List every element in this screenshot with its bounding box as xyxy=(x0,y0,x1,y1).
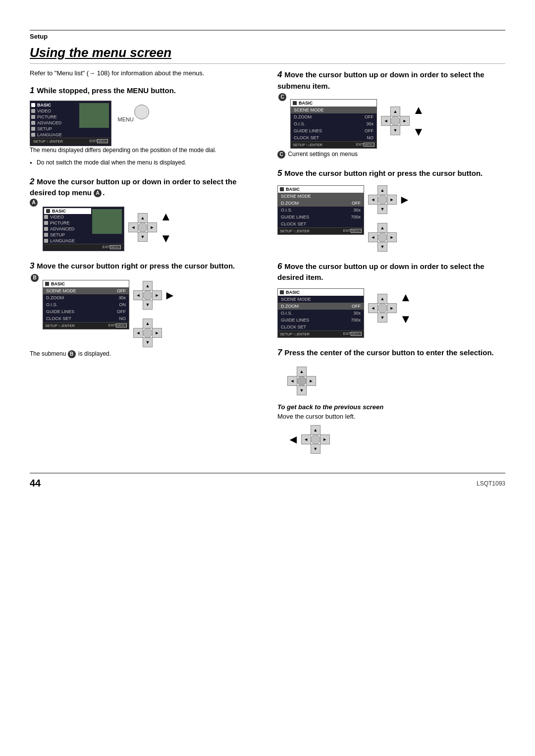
step-3-heading: 3 Move the cursor button right or press … xyxy=(30,260,258,272)
step-5-dpad-center xyxy=(377,195,387,205)
step-5-bottom-bar: SETUP ↑↓ENTER EXITMENU xyxy=(278,227,364,234)
step-1-circle-btn xyxy=(134,105,149,119)
step-6-illustration: BASIC SCENE MODE D.ZOOMOFF O.I.S.30x xyxy=(277,286,505,338)
step-6: 6 Move the cursor button up or down in o… xyxy=(277,261,505,338)
step-4-submenu-wrap: BASIC SCENE MODE D.ZOOMOFF O.I.S.30x xyxy=(290,99,377,149)
step-3-dpad-center xyxy=(143,290,153,300)
step-4-arrow-up: ▲ xyxy=(413,103,425,117)
step-6-row-clock: CLOCK SET xyxy=(278,324,364,330)
step-5-dpad: ▲ ◄ ► ▼ xyxy=(368,185,397,214)
page-title: Using the menu screen xyxy=(30,45,505,64)
step-4-dpad-right: ► xyxy=(400,116,410,126)
step-4-row-scene: SCENE MODE xyxy=(291,107,376,113)
step-4-dpad-up: ▲ xyxy=(390,107,400,116)
step-5-dpad-right-btn: ► xyxy=(387,195,397,205)
step-2-badge-a: A xyxy=(30,199,38,207)
step-3-submenu-note: The submenu B is displayed. xyxy=(30,350,258,358)
step-7-back-dpad-wrap: ◄ ▲ ◄ ► ▼ xyxy=(287,425,505,454)
step-2: 2 Move the cursor button up or down in o… xyxy=(30,176,258,252)
tab-advanced-icon xyxy=(31,121,35,125)
step-5-dpad2: ▲ ◄ ► ▼ xyxy=(368,223,397,252)
step-1-menu-inner: BASIC VIDEO PICTURE xyxy=(30,101,111,146)
step-3-dpad-down: ▼ xyxy=(143,300,153,310)
step-6-row-ois: O.I.S.30x xyxy=(278,310,364,317)
step-5-dpad2-down: ▼ xyxy=(377,242,387,252)
step-2-dpad-area: ▲ ◄ ► ▼ ▲ ▼ xyxy=(128,210,172,245)
tab-language-icon xyxy=(31,133,35,137)
step-4-current-note: C Current settings on menus xyxy=(277,151,505,159)
step-7-back-dpad-up: ▲ xyxy=(311,425,321,435)
step-7-arrow-left: ◄ xyxy=(287,432,299,446)
step-5-dpad2-center xyxy=(377,232,387,242)
step-6-submenu-wrap: BASIC SCENE MODE D.ZOOMOFF O.I.S.30x xyxy=(277,288,364,338)
step-3-number: 3 xyxy=(30,261,37,270)
step-2-number: 2 xyxy=(30,177,37,186)
step-6-arrow-up: ▲ xyxy=(400,290,412,304)
step-3-header-icon xyxy=(45,282,49,286)
step-2-setup-icon xyxy=(44,233,48,237)
step-2-heading: 2 Move the cursor button up or down in o… xyxy=(30,176,258,198)
step-5-header: BASIC xyxy=(278,186,364,193)
step-3-submenu-header: BASIC xyxy=(43,280,129,287)
step-6-dpad-center xyxy=(377,303,387,313)
step-2-advanced-icon xyxy=(44,227,48,231)
step-5-row-scene: SCENE MODE xyxy=(278,193,364,200)
step-6-header-icon xyxy=(280,290,284,294)
step-5-dpad2-up: ▲ xyxy=(377,223,387,233)
step-7-back-dpad: ▲ ◄ ► ▼ xyxy=(301,425,330,454)
step-4-row-dzoom: D.ZOOMOFF xyxy=(291,113,376,120)
step-3-dpad2-left: ◄ xyxy=(133,328,143,338)
step-4-note-circle-c: C xyxy=(277,151,285,159)
step-5-dpad2-left: ◄ xyxy=(368,232,378,242)
dpad-center xyxy=(138,222,148,232)
step-5-row-dzoom: D.ZOOMOFF xyxy=(278,200,364,207)
step-5-dpad2-right: ► xyxy=(387,232,397,242)
step-7-dpad-down: ▼ xyxy=(297,385,307,395)
step-3-submenu-wrap: BASIC SCENE MODEOFF D.ZOOM30x O.I.S.ON xyxy=(43,280,129,329)
step-5-row-guide: GUIDE LINES700x xyxy=(278,214,364,220)
step-6-dpad: ▲ ◄ ► ▼ xyxy=(368,294,397,323)
step-4-dpad-center xyxy=(390,116,400,126)
step-5-illustration: BASIC SCENE MODE D.ZOOMOFF O.I.S.30x xyxy=(277,183,505,252)
step-2-language-icon xyxy=(44,239,48,243)
step-1: 1 While stopped, press the MENU button. xyxy=(30,85,258,166)
step-4-arrow-down: ▼ xyxy=(413,125,425,139)
step-5-dpad-up: ▲ xyxy=(377,185,387,195)
step-2-menu-screen: BASIC VIDEO PICTURE xyxy=(43,207,124,251)
step-2-picture-icon xyxy=(44,221,48,225)
step-3-dpad-area: ▲ ◄ ► ▼ ► ▲ ◄ ► xyxy=(133,281,176,347)
step-3-dpad2: ▲ ◄ ► ▼ xyxy=(133,319,162,347)
tab-video: VIDEO xyxy=(31,108,78,114)
dpad-right: ► xyxy=(147,222,157,232)
step-6-dpad-up: ▲ xyxy=(377,294,387,304)
step-2-arrows: ▲ ▼ xyxy=(160,210,172,245)
step-1-menu-screen: BASIC VIDEO PICTURE xyxy=(30,101,111,146)
step-6-arrows: ▲ ▼ xyxy=(400,290,412,326)
step-6-row-scene: SCENE MODE xyxy=(278,296,364,303)
step-5-dpad-right-group: ▲ ◄ ► ▼ ► xyxy=(368,185,411,214)
step-2-tabs: BASIC VIDEO PICTURE xyxy=(44,208,91,244)
step-2-basic-icon xyxy=(46,209,50,213)
step-1-menu-container: BASIC VIDEO PICTURE xyxy=(30,101,111,146)
step-3-dpad-left: ◄ xyxy=(133,290,143,300)
step-3-row-ois: O.I.S.ON xyxy=(43,301,129,308)
step-7-back-dpad-right: ► xyxy=(320,434,330,444)
page-number: 44 xyxy=(30,478,41,489)
step-2-bottom-bar: EXITMENU xyxy=(44,244,123,250)
tab-language: LANGUAGE xyxy=(31,132,78,138)
step-3-row-guide: GUIDE LINESOFF xyxy=(43,308,129,315)
step-4-heading: 4 Move the cursor button up or down in o… xyxy=(277,69,505,91)
step-5: 5 Move the cursor button right or press … xyxy=(277,167,505,252)
step-2-tab-language: LANGUAGE xyxy=(44,238,91,244)
step-4-arrows: ▲ ▼ xyxy=(413,103,425,139)
page-wrapper: Setup Using the menu screen Refer to "Me… xyxy=(0,0,535,513)
two-column-layout: Refer to "Menu list" (→ 108) for informa… xyxy=(30,69,505,463)
dpad-down: ▼ xyxy=(138,232,148,242)
step-5-heading: 5 Move the cursor button right or press … xyxy=(277,167,505,179)
step-3-row-scene: SCENE MODEOFF xyxy=(43,287,129,294)
tab-picture: PICTURE xyxy=(31,114,78,120)
step-2-tab-setup: SETUP xyxy=(44,232,91,238)
step-6-number: 6 xyxy=(277,262,284,271)
step-2-menu-wrap: BASIC VIDEO PICTURE xyxy=(43,202,124,251)
arrow-down-indicator: ▼ xyxy=(160,231,172,245)
